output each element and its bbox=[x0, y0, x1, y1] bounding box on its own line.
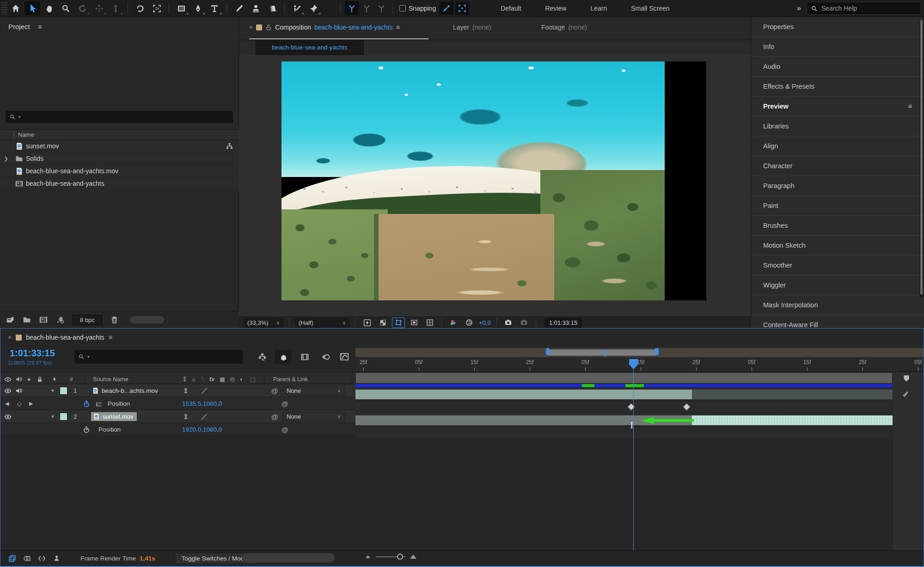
anchor-switch-icon[interactable] bbox=[183, 384, 189, 397]
threed-column-icon[interactable]: ⬚ bbox=[250, 373, 256, 385]
time-ruler[interactable]: 25f05f15f25f05f15f25f05f15f25f05f bbox=[355, 358, 924, 372]
layer-color-swatch[interactable] bbox=[60, 410, 67, 423]
next-keyframe-icon[interactable]: ▶ bbox=[29, 397, 33, 410]
layer-1-extended-bar[interactable] bbox=[692, 390, 893, 399]
snap-to-features-toggle[interactable] bbox=[455, 2, 469, 15]
color-depth-button[interactable]: 8 bpc bbox=[72, 315, 103, 325]
channels-icon[interactable] bbox=[447, 318, 459, 328]
expand-arrow-icon[interactable]: ❯ bbox=[0, 156, 12, 162]
layer-source-name-selected[interactable]: sunset.mov bbox=[91, 410, 137, 423]
exposure-reset-icon[interactable] bbox=[463, 318, 475, 328]
trash-icon[interactable] bbox=[110, 316, 119, 324]
project-render-engine-icon[interactable] bbox=[55, 316, 65, 324]
zoom-out-icon[interactable] bbox=[366, 555, 370, 558]
audio-column-icon[interactable] bbox=[15, 373, 22, 385]
new-folder-icon[interactable] bbox=[22, 316, 31, 324]
layer-2-selected-bar[interactable] bbox=[692, 415, 893, 425]
expand-transfer-controls-icon[interactable] bbox=[21, 553, 33, 564]
local-axis-mode-icon[interactable] bbox=[345, 1, 359, 15]
playhead-line[interactable] bbox=[633, 369, 634, 550]
exposure-value[interactable]: +0,0 bbox=[479, 319, 491, 326]
region-of-interest-icon[interactable] bbox=[408, 318, 420, 328]
comp-mini-flowchart-icon[interactable] bbox=[254, 350, 270, 364]
stopwatch-icon[interactable] bbox=[83, 397, 90, 410]
camera-tool-icon[interactable] bbox=[149, 1, 165, 15]
eraser-tool-icon[interactable] bbox=[264, 1, 280, 15]
sidebar-scrollbar[interactable] bbox=[920, 20, 923, 297]
composition-tab[interactable]: × Composition beach-blue-sea-and-yachts … bbox=[249, 17, 400, 37]
search-help-box[interactable]: Search Help bbox=[807, 2, 921, 15]
snap-along-edges-toggle[interactable] bbox=[440, 2, 453, 15]
selection-tool-icon[interactable] bbox=[24, 1, 40, 15]
layer-1-keyframe-track[interactable] bbox=[355, 401, 893, 414]
adjustment-column-icon[interactable]: ◐ bbox=[240, 373, 244, 385]
layer-color-swatch[interactable] bbox=[60, 384, 67, 397]
expand-in-out-panes-icon[interactable] bbox=[36, 553, 48, 564]
workspace-tab-review[interactable]: Review bbox=[533, 0, 579, 17]
panel-menu-icon[interactable]: ≡ bbox=[109, 334, 112, 341]
quality-switch-icon[interactable]: ／ bbox=[201, 384, 208, 397]
orbit-camera-tool-icon[interactable] bbox=[74, 1, 90, 15]
comp-marker-bin-icon[interactable] bbox=[902, 374, 911, 383]
sidebar-panel-info[interactable]: Info bbox=[751, 37, 924, 57]
property-pickwhip-icon[interactable]: @ bbox=[281, 423, 288, 436]
layer-audio-icon[interactable] bbox=[15, 384, 22, 397]
lock-column-icon[interactable] bbox=[37, 373, 43, 385]
type-tool-icon[interactable] bbox=[207, 1, 222, 15]
world-axis-mode-icon[interactable] bbox=[360, 1, 373, 15]
preview-timecode[interactable]: 1:01:33:15 bbox=[545, 318, 582, 328]
timeline-tab[interactable]: × beach-blue-sea-and-yachts ≡ bbox=[0, 329, 120, 345]
project-panel-title[interactable]: Project bbox=[8, 23, 30, 30]
expand-chevron-icon[interactable]: ▼ bbox=[50, 410, 55, 423]
lock-icon[interactable] bbox=[265, 24, 272, 30]
work-area-bar[interactable] bbox=[355, 372, 893, 384]
property-name[interactable]: Position bbox=[108, 397, 130, 410]
zoom-slider-track[interactable] bbox=[376, 556, 405, 557]
navigator-zoom-region[interactable] bbox=[548, 349, 657, 356]
workspace-tab-small-screen[interactable]: Small Screen bbox=[619, 0, 681, 17]
composition-breadcrumb-tab[interactable]: beach-blue-sea-and-yachts bbox=[256, 40, 364, 55]
layer-tab[interactable]: Layer(none) bbox=[453, 17, 491, 37]
label-column-icon[interactable]: ⬧ bbox=[53, 373, 56, 385]
motion-blur-column-icon[interactable]: ◎ bbox=[230, 373, 235, 385]
comp-marker-icon[interactable] bbox=[902, 390, 910, 397]
parent-dropdown[interactable]: None∨ bbox=[282, 386, 345, 396]
layer-row-2[interactable]: ▼ 2 sunset.mov ／ @ None∨ bbox=[0, 410, 355, 423]
workspace-tab-learn[interactable]: Learn bbox=[578, 0, 619, 17]
magnification-dropdown[interactable]: (33,3%)∨ bbox=[244, 318, 283, 328]
stopwatch-icon[interactable] bbox=[83, 423, 90, 436]
rectangle-tool-icon[interactable] bbox=[173, 1, 189, 15]
layer-visibility-icon[interactable] bbox=[4, 384, 12, 397]
panel-menu-icon[interactable]: ≡ bbox=[908, 103, 912, 110]
parent-pickwhip-icon[interactable]: @ bbox=[271, 410, 278, 423]
quality-column-icon[interactable]: ﹨ bbox=[200, 373, 206, 385]
layer-visibility-icon[interactable] bbox=[4, 410, 12, 423]
navigator-right-handle[interactable] bbox=[655, 348, 659, 355]
clone-stamp-tool-icon[interactable] bbox=[248, 1, 263, 15]
view-axis-mode-icon[interactable] bbox=[374, 1, 388, 15]
resolution-dropdown[interactable]: (Half)∨ bbox=[295, 318, 349, 328]
project-item[interactable]: beach-blue-sea-and-yachts bbox=[0, 177, 239, 190]
workspace-tab-default[interactable]: Default bbox=[489, 0, 533, 17]
sidebar-panel-brushes[interactable]: Brushes bbox=[751, 216, 924, 236]
timeline-horizontal-scrollbar[interactable] bbox=[242, 553, 335, 562]
brush-tool-icon[interactable] bbox=[231, 1, 247, 15]
parent-link-column-header[interactable]: Parent & Link bbox=[273, 373, 308, 385]
video-column-icon[interactable] bbox=[4, 373, 12, 385]
show-snapshot-icon[interactable] bbox=[518, 318, 530, 328]
composition-viewer[interactable] bbox=[239, 55, 751, 317]
sidebar-panel-mask-interpolation[interactable]: Mask Interpolation bbox=[751, 295, 924, 315]
zoom-in-icon[interactable] bbox=[410, 555, 416, 559]
layer-row-1[interactable]: ▼ 1 beach-b...achts.mov ／ @ None∨ bbox=[0, 384, 355, 397]
sidebar-panel-properties[interactable]: Properties bbox=[751, 17, 924, 37]
zoom-tool-icon[interactable] bbox=[58, 1, 73, 15]
property-value[interactable]: 1535,5,1080,0 bbox=[182, 397, 222, 410]
sidebar-panel-wiggler[interactable]: Wiggler bbox=[751, 275, 924, 295]
puppet-pin-tool-icon[interactable] bbox=[306, 1, 321, 15]
mask-visibility-icon[interactable] bbox=[392, 318, 404, 328]
motion-blur-icon[interactable] bbox=[318, 350, 334, 364]
interpret-footage-icon[interactable] bbox=[6, 316, 15, 324]
panel-menu-icon[interactable]: ≡ bbox=[396, 24, 400, 31]
project-name-column-header[interactable]: Name bbox=[0, 129, 239, 140]
footage-tab[interactable]: Footage(none) bbox=[541, 17, 587, 37]
